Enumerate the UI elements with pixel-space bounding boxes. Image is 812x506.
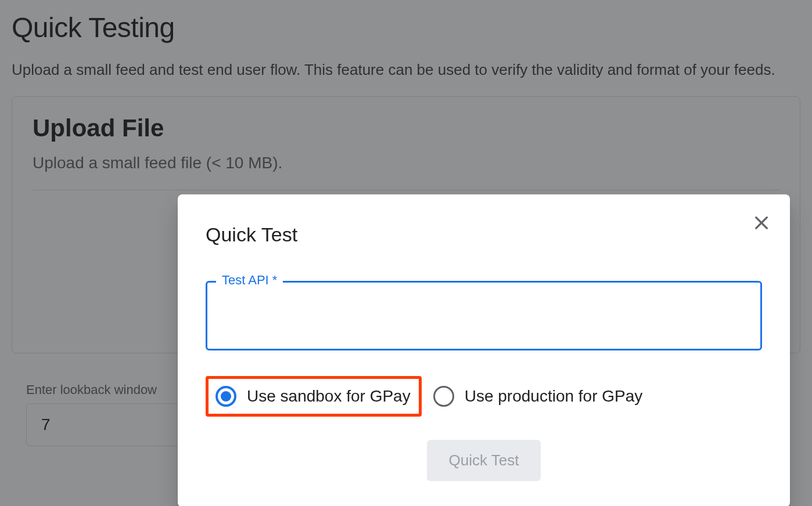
radio-production[interactable]: Use production for GPay [433, 386, 643, 407]
dialog-footer: Quick Test [206, 440, 762, 481]
radio-production-label: Use production for GPay [465, 387, 643, 406]
radio-sandbox[interactable]: Use sandbox for GPay [206, 376, 422, 417]
dialog-title: Quick Test [206, 223, 762, 246]
close-icon[interactable] [750, 212, 773, 234]
test-api-field-wrapper: Test API * [206, 281, 762, 353]
radio-group: Use sandbox for GPay Use production for … [206, 376, 762, 417]
radio-circle-unselected-icon [433, 386, 454, 407]
test-api-label: Test API * [216, 273, 283, 288]
radio-circle-selected-icon [215, 386, 236, 407]
quick-test-dialog: Quick Test Test API * Use sandbox for GP… [178, 194, 790, 506]
test-api-input[interactable] [206, 281, 762, 350]
radio-sandbox-label: Use sandbox for GPay [247, 387, 411, 406]
quick-test-button[interactable]: Quick Test [427, 440, 541, 481]
